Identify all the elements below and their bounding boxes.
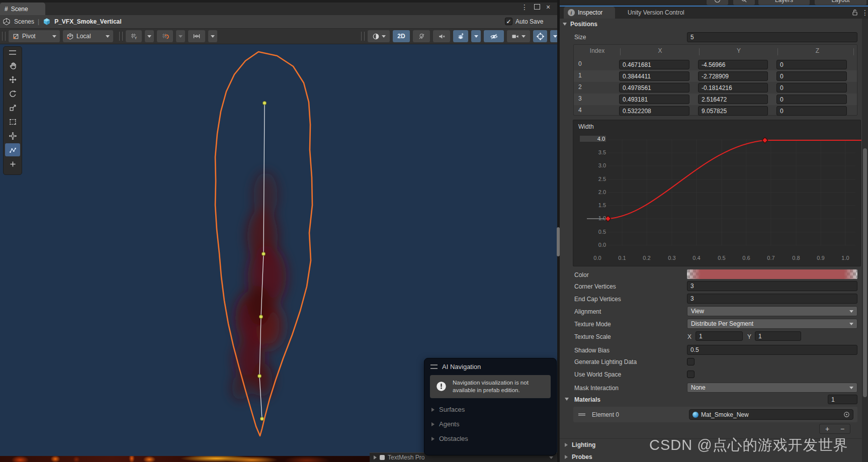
rotate-tool-button[interactable] (5, 87, 20, 100)
texture-scale-x-field[interactable]: 1 (696, 331, 743, 341)
table-row[interactable]: 4 0.5322208 9.057825 0 (574, 105, 857, 117)
table-row[interactable]: 2 0.4978561 -0.1814216 0 (574, 82, 857, 94)
toolbar-grip[interactable] (2, 32, 6, 41)
cell-x[interactable]: 0.4978561 (619, 83, 689, 93)
scene-visibility-button[interactable] (484, 30, 504, 42)
camera-settings-dropdown[interactable] (507, 30, 530, 42)
toolbar-grip[interactable] (361, 32, 365, 41)
cell-z[interactable]: 0 (776, 71, 847, 81)
audio-toggle-button[interactable] (433, 30, 450, 42)
cell-x[interactable]: 0.4671681 (619, 60, 689, 69)
toggle-2d-button[interactable]: 2D (393, 30, 410, 42)
cell-y[interactable]: 2.516472 (698, 95, 768, 104)
breadcrumb-root[interactable]: Scenes (14, 18, 34, 25)
effects-caret[interactable] (471, 30, 481, 42)
generate-lighting-checkbox[interactable] (687, 358, 695, 365)
tab-scene[interactable]: # Scene (0, 3, 45, 15)
alignment-dropdown[interactable]: View (687, 306, 857, 316)
materials-count-field[interactable]: 1 (828, 395, 857, 404)
inspector-scrollbar-thumb[interactable] (863, 148, 867, 397)
remove-element-button[interactable]: − (835, 424, 850, 433)
cell-y[interactable]: 9.057825 (698, 106, 768, 116)
local-dropdown[interactable]: Local (63, 30, 113, 42)
size-field[interactable]: 5 (687, 32, 857, 42)
material-object-field[interactable]: Mat_Smoke_New (689, 409, 853, 420)
end-cap-vertices-field[interactable]: 3 (687, 294, 857, 304)
add-tool-button[interactable] (5, 157, 20, 170)
increment-snap-button[interactable] (157, 30, 173, 42)
cell-z[interactable]: 0 (776, 83, 847, 93)
layout-dropdown[interactable]: Layout (815, 0, 866, 5)
increment-snap-caret[interactable] (176, 30, 185, 42)
object-picker-icon[interactable] (843, 411, 850, 418)
overlay-drag-handle[interactable] (9, 50, 16, 55)
table-row[interactable]: 1 0.3844411 -2.728909 0 (574, 70, 857, 82)
rect-tool-button[interactable] (5, 115, 20, 128)
pivot-dropdown[interactable]: Pivot (9, 30, 60, 42)
col-header-y[interactable]: Y (700, 47, 778, 54)
close-icon[interactable]: × (546, 5, 550, 10)
grid-snap-button[interactable]: Y (126, 30, 142, 42)
cell-x[interactable]: 0.5322208 (619, 106, 689, 116)
col-header-z[interactable]: Z (778, 47, 857, 54)
grid-snap-caret[interactable] (145, 30, 154, 42)
col-header-x[interactable]: X (621, 47, 700, 54)
ruler-snap-caret[interactable] (208, 30, 217, 42)
element-drag-handle[interactable] (578, 413, 585, 416)
shadow-bias-field[interactable]: 0.5 (687, 345, 857, 355)
cell-z[interactable]: 0 (776, 95, 847, 104)
toolbar-grip[interactable] (119, 32, 123, 41)
unity-scenes-icon[interactable] (3, 18, 11, 26)
lock-icon[interactable] (851, 9, 858, 16)
ai-nav-foldout-obstacles[interactable]: Obstacles (424, 430, 556, 444)
window-menu-icon[interactable]: ⋮ (521, 5, 528, 10)
maximize-icon[interactable] (534, 4, 540, 10)
tab-inspector[interactable]: i Inspector (564, 7, 615, 19)
cell-z[interactable]: 0 (776, 106, 847, 116)
search-button[interactable] (733, 0, 755, 5)
cell-y[interactable]: -4.56966 (698, 60, 768, 69)
move-tool-button[interactable] (5, 73, 20, 86)
cell-x[interactable]: 0.493181 (619, 95, 689, 104)
effects-toggle-button[interactable] (453, 30, 468, 42)
cell-z[interactable]: 0 (776, 60, 847, 69)
cell-x[interactable]: 0.3844411 (619, 71, 689, 81)
draw-mode-dropdown[interactable] (368, 30, 390, 42)
table-row[interactable]: 0 0.4671681 -4.56966 0 (574, 59, 857, 70)
edit-shape-tool-button[interactable] (5, 143, 20, 156)
lighting-foldout[interactable]: Lighting (565, 441, 595, 448)
breadcrumb-current[interactable]: P_VFX_Smoke_Vertical (54, 18, 121, 25)
hand-tool-button[interactable] (5, 59, 20, 72)
layers-dropdown[interactable]: Layers (758, 0, 810, 5)
use-world-space-checkbox[interactable] (687, 371, 695, 378)
scene-viewport[interactable]: TextMesh Pro AI Navigation Navigation vi… (0, 44, 558, 462)
inspector-menu-icon[interactable]: ⋮ (861, 10, 868, 15)
mask-interaction-dropdown[interactable]: None (687, 383, 857, 393)
cell-y[interactable]: -2.728909 (698, 71, 768, 81)
corner-vertices-field[interactable]: 3 (687, 281, 857, 291)
texture-scale-y-field[interactable]: 1 (755, 331, 801, 341)
texture-mode-dropdown[interactable]: Distribute Per Segment (687, 319, 857, 329)
scale-tool-button[interactable] (5, 101, 20, 114)
table-row[interactable]: 3 0.493181 2.516472 0 (574, 94, 857, 105)
tab-version-control[interactable]: Unity Version Control (623, 7, 689, 19)
transform-tool-button[interactable] (5, 129, 20, 142)
scene-scrollbar-thumb[interactable] (557, 227, 560, 256)
y-axis-max-field[interactable]: 4.0 (580, 136, 606, 142)
gizmos-toggle-button[interactable] (533, 30, 547, 42)
col-header-index[interactable]: Index (574, 47, 621, 54)
cell-y[interactable]: -0.1814216 (698, 83, 768, 93)
width-curve-section[interactable]: Width 4.0 3.5 3.0 2.5 2.0 1.5 1.0 0.5 0.… (573, 120, 861, 266)
add-element-button[interactable]: + (820, 424, 835, 433)
positions-foldout[interactable]: Positions (563, 21, 597, 28)
ruler-snap-button[interactable] (188, 30, 205, 42)
account-button[interactable] (707, 0, 728, 5)
ai-nav-foldout-agents[interactable]: Agents (424, 415, 556, 430)
lighting-toggle-button[interactable] (413, 30, 430, 42)
materials-header[interactable]: Materials (574, 395, 600, 404)
ai-nav-foldout-surfaces[interactable]: Surfaces (424, 401, 556, 415)
overlay-drag-handle[interactable] (430, 364, 438, 369)
foldout-open-icon[interactable] (565, 398, 569, 401)
color-gradient-field[interactable] (687, 269, 857, 279)
auto-save-checkbox[interactable]: ✓ (505, 18, 512, 25)
